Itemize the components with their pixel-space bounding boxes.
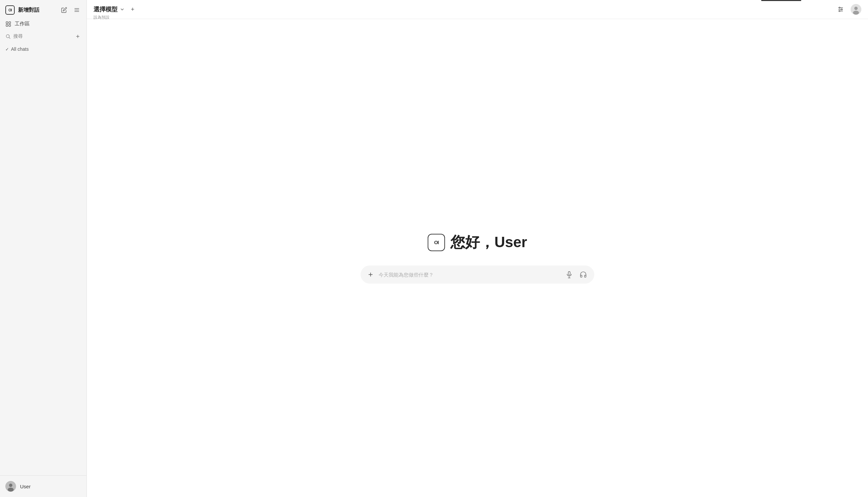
chat-area: OI 您好，User — [87, 19, 868, 497]
search-add-button[interactable] — [74, 33, 81, 40]
svg-point-18 — [841, 9, 842, 10]
sidebar-new-chat-label: 新增對話 — [18, 7, 39, 14]
svg-point-21 — [854, 7, 858, 10]
edit-icon — [61, 7, 67, 13]
avatar — [5, 481, 16, 492]
input-area — [361, 266, 594, 284]
plus-icon — [75, 34, 81, 39]
search-label: 搜尋 — [13, 33, 72, 39]
svg-line-8 — [9, 38, 10, 39]
headphone-button[interactable] — [578, 270, 588, 280]
user-name: User — [20, 484, 31, 489]
input-add-button[interactable] — [366, 271, 375, 279]
greeting-logo: OI — [428, 234, 445, 251]
mic-button[interactable] — [564, 270, 574, 280]
svg-point-12 — [9, 484, 12, 487]
svg-point-22 — [853, 11, 859, 15]
headphone-icon — [580, 271, 587, 278]
greeting-text: 您好，User — [450, 232, 527, 252]
search-icon — [5, 34, 11, 39]
add-tab-button[interactable]: + — [129, 5, 136, 14]
topbar-right — [836, 4, 861, 15]
svg-rect-5 — [6, 24, 8, 26]
svg-rect-3 — [6, 22, 8, 23]
svg-rect-6 — [9, 24, 11, 26]
sidebar-user[interactable]: User — [0, 475, 86, 497]
svg-point-19 — [839, 10, 840, 11]
edit-button[interactable] — [60, 6, 69, 14]
user-avatar-topbar[interactable] — [851, 4, 861, 15]
workspace-icon — [5, 21, 11, 27]
menu-icon — [74, 7, 80, 13]
model-selector-label: 選擇模型 — [93, 5, 117, 13]
workspace-label: 工作區 — [15, 21, 30, 27]
greeting: OI 您好，User — [428, 232, 527, 252]
settings-icon — [837, 6, 844, 13]
model-selector[interactable]: 選擇模型 — [93, 5, 125, 13]
set-default-label: 設為預設 — [93, 15, 110, 20]
svg-rect-4 — [9, 22, 11, 23]
sidebar-top-icons — [60, 6, 81, 14]
sidebar-logo-title: OI 新增對話 — [5, 5, 39, 15]
checkmark-icon: ✓ — [5, 47, 9, 52]
main-content: 選擇模型 + 設為預設 — [87, 0, 868, 497]
workspace-item[interactable]: 工作區 — [0, 17, 86, 30]
svg-point-17 — [839, 7, 840, 8]
sidebar: OI 新增對話 — [0, 0, 87, 497]
menu-button[interactable] — [72, 6, 81, 14]
svg-rect-25 — [568, 272, 570, 275]
svg-point-13 — [8, 488, 14, 492]
sidebar-search-row: 搜尋 — [0, 30, 86, 42]
svg-point-7 — [6, 35, 9, 38]
all-chats-section: ✓ All chats — [0, 42, 86, 54]
all-chats-label: All chats — [11, 46, 29, 52]
chat-input[interactable] — [379, 272, 560, 278]
oi-logo: OI — [5, 5, 15, 15]
chevron-down-icon — [119, 7, 125, 12]
sidebar-spacer — [0, 54, 86, 475]
topbar: 選擇模型 + 設為預設 — [87, 0, 868, 19]
settings-button[interactable] — [836, 5, 845, 14]
mic-icon — [566, 271, 573, 278]
plus-icon — [367, 271, 374, 278]
sidebar-header: OI 新增對話 — [0, 0, 86, 17]
